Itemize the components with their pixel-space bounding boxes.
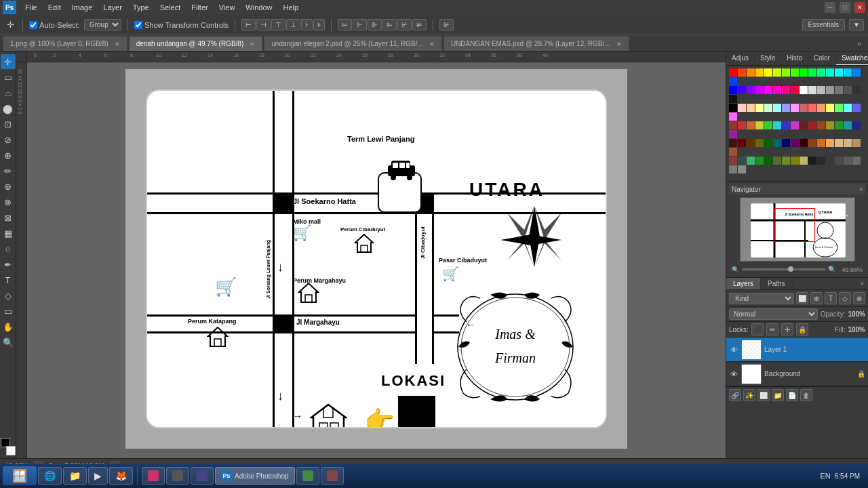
swatch-45[interactable]	[844, 104, 852, 112]
zoom-tool[interactable]: 🔍	[1, 335, 16, 350]
swatch-78[interactable]	[852, 139, 861, 147]
swatch-68[interactable]	[764, 139, 772, 147]
swatch-34[interactable]	[747, 104, 755, 112]
swatch-40[interactable]	[800, 104, 808, 112]
swatch-53[interactable]	[773, 121, 781, 129]
align-middle-btn[interactable]: ⊦	[301, 19, 313, 30]
taskbar-app5[interactable]	[321, 467, 344, 485]
layers-kind-select[interactable]: Kind	[729, 293, 794, 304]
swatch-2[interactable]	[747, 68, 755, 77]
swatch-41[interactable]	[808, 104, 816, 112]
auto-align-btn[interactable]: ⊮	[439, 19, 454, 30]
swatch-66[interactable]	[747, 139, 755, 147]
layer-1-visibility[interactable]: 👁	[729, 345, 738, 354]
lock-move-btn[interactable]: ✛	[781, 323, 793, 336]
opacity-value[interactable]: 100%	[848, 310, 865, 318]
dist-3-btn[interactable]: ⊪	[368, 19, 382, 30]
swatch-94[interactable]	[852, 157, 861, 165]
swatch-56[interactable]	[800, 121, 808, 129]
swatch-18[interactable]	[747, 86, 755, 94]
dist-5-btn[interactable]: ⊬	[397, 19, 412, 30]
swatch-11[interactable]	[826, 68, 834, 77]
panel-collapse-arrow[interactable]: »	[853, 36, 865, 51]
tab-1png[interactable]: 1.png @ 100% (Layer 0, RGB/8) ✕	[3, 36, 127, 51]
taskbar-media[interactable]: ▶	[88, 467, 108, 485]
swatch-27[interactable]	[826, 86, 834, 94]
canvas-scroll[interactable]: Term Lewi Panjang Jl Soekarno Hatta Jl C…	[27, 62, 726, 458]
swatch-6[interactable]	[782, 68, 790, 77]
align-right-btn[interactable]: ⊤	[271, 19, 285, 30]
layer-filter-type[interactable]: T	[825, 292, 837, 304]
close-btn[interactable]: ✕	[854, 2, 865, 13]
swatch-52[interactable]	[764, 121, 772, 129]
swatch-63[interactable]	[729, 130, 737, 138]
swatch-9[interactable]	[808, 68, 816, 77]
swatch-10[interactable]	[817, 68, 825, 77]
swatch-43[interactable]	[826, 104, 834, 112]
tab-histo[interactable]: Histo	[781, 52, 808, 65]
swatch-86[interactable]	[782, 157, 790, 165]
swatch-67[interactable]	[755, 139, 764, 147]
zoom-in-icon[interactable]: 🔍	[828, 266, 836, 273]
swatch-74[interactable]	[817, 139, 825, 147]
swatch-4[interactable]	[764, 68, 772, 77]
swatch-31[interactable]	[729, 95, 737, 103]
swatch-23[interactable]	[791, 86, 799, 94]
paths-tab[interactable]: Paths	[761, 278, 793, 289]
delete-layer-btn[interactable]: 🗑	[800, 389, 812, 401]
select-rect-tool[interactable]: ▭	[1, 70, 16, 85]
eraser-tool[interactable]: ⊠	[1, 210, 16, 225]
swatch-91[interactable]	[826, 157, 834, 165]
swatch-93[interactable]	[844, 157, 852, 165]
brush-tool[interactable]: ✏	[1, 163, 16, 178]
align-top-btn[interactable]: ⊥	[286, 19, 300, 30]
swatch-0[interactable]	[729, 68, 737, 77]
swatch-92[interactable]	[835, 157, 843, 165]
layer-filter-smart[interactable]: ⊗	[853, 292, 865, 304]
dist-2-btn[interactable]: ⊩	[353, 19, 367, 30]
background-color[interactable]	[6, 446, 16, 455]
tab-emas[interactable]: UNDANGAN EMAS.psd @ 28.7% (Layer 12, RGB…	[443, 36, 629, 51]
essentials-btn[interactable]: Essentials	[802, 19, 846, 30]
tab-color[interactable]: Color	[808, 52, 836, 65]
swatch-59[interactable]	[826, 121, 834, 129]
swatch-58[interactable]	[817, 121, 825, 129]
swatch-89[interactable]	[808, 157, 816, 165]
swatch-17[interactable]	[738, 86, 746, 94]
fill-value[interactable]: 100%	[848, 326, 865, 333]
swatch-28[interactable]	[835, 86, 843, 94]
swatch-61[interactable]	[844, 121, 852, 129]
tab-swatches[interactable]: Swatches	[836, 52, 868, 65]
swatch-87[interactable]	[791, 157, 799, 165]
move-tool-icon[interactable]: ✛	[4, 19, 16, 31]
layer-bg-visibility[interactable]: 👁	[729, 369, 738, 379]
swatch-46[interactable]	[852, 104, 861, 112]
swatch-38[interactable]	[782, 104, 790, 112]
nav-frame[interactable]	[774, 208, 815, 242]
layer-row-1[interactable]: 👁 Layer 1	[726, 338, 868, 362]
swatch-95[interactable]	[729, 165, 737, 174]
swatch-22[interactable]	[782, 86, 790, 94]
tab-emas-close[interactable]: ✕	[616, 41, 622, 47]
swatch-49[interactable]	[738, 121, 746, 129]
swatch-24[interactable]	[800, 86, 808, 94]
gradient-tool[interactable]: ▦	[1, 226, 16, 241]
align-center-btn[interactable]: ⊣	[256, 19, 271, 30]
transform-check[interactable]	[134, 21, 142, 29]
swatch-8[interactable]	[800, 68, 808, 77]
auto-select-check[interactable]	[29, 21, 37, 29]
auto-select-checkbox[interactable]: Auto-Select:	[29, 21, 80, 29]
swatch-79[interactable]	[729, 148, 737, 156]
auto-select-dropdown[interactable]: Group	[84, 19, 121, 30]
swatch-29[interactable]	[844, 86, 852, 94]
blend-mode-select[interactable]: Normal	[729, 308, 818, 320]
swatch-37[interactable]	[773, 104, 781, 112]
new-group-btn[interactable]: 📁	[772, 389, 784, 401]
shape-tool[interactable]: ▭	[1, 304, 16, 319]
swatch-96[interactable]	[738, 165, 746, 174]
hand-tool[interactable]: ✋	[1, 319, 16, 334]
pen-tool[interactable]: ✒	[1, 257, 16, 272]
menu-window[interactable]: Window	[241, 2, 277, 13]
menu-help[interactable]: Help	[278, 2, 303, 13]
swatch-7[interactable]	[791, 68, 799, 77]
